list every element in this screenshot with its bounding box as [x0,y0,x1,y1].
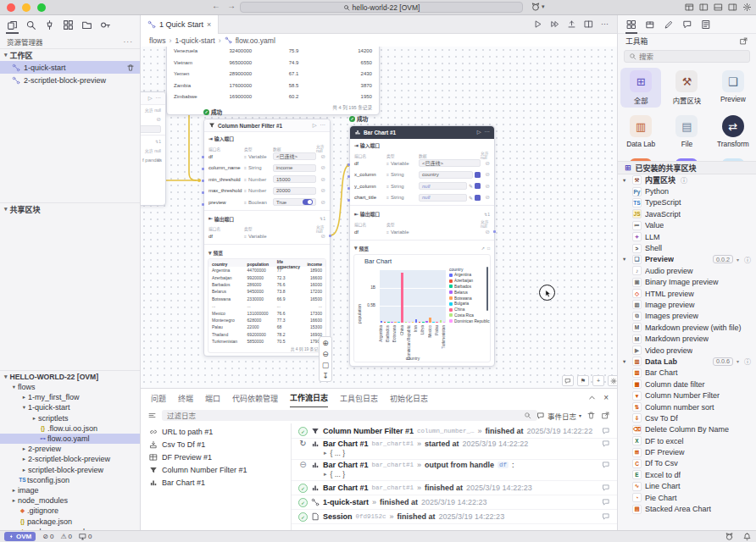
panel-tab[interactable]: 初始化日志 [390,389,428,407]
info-icon[interactable]: ⓘ [681,175,687,185]
toolbox-category[interactable]: ▤ File [666,113,707,151]
version-badge[interactable]: 0.0.2 [713,255,733,263]
port-value-field[interactable]: 15000 [273,175,316,183]
tree-item[interactable]: ▾ flows [0,382,140,392]
expand-preview-icon[interactable]: □ [487,246,490,251]
tree-item[interactable]: TS tsconfig.json [0,475,140,485]
plug-icon[interactable] [44,15,55,34]
toolbox-row[interactable]: ▾ ▼ Column Number Filter ▾ ⓘ [618,390,756,401]
toolbox-row[interactable]: ▾ ▥ Bar Chart ▾ ⓘ [618,368,756,379]
tree-item[interactable]: {} .flow.ui.oo.json [0,423,140,434]
forward-icon[interactable]: → [227,1,236,10]
toolbox-row[interactable]: ▾ TS TypeScript ▾ ⓘ [618,197,756,208]
log-comment-icon[interactable] [602,498,610,506]
log-entry[interactable]: ⊖ Bar Chart #1 bar_chart#1 » output from… [292,460,617,481]
toolbox-row[interactable]: ▾ ⌫ Delete Column By Name ▾ ⓘ [618,424,756,435]
ovm-badge[interactable]: OVM [4,532,36,541]
nullable-icon[interactable]: ⊘ [321,176,325,183]
log-entry[interactable]: ✓ Column Number Filter #1 column_number_… [292,424,617,439]
tree-item[interactable]: ▸ 2-preview [0,444,140,454]
value-pill[interactable] [141,125,161,133]
toolbox-category[interactable]: ⚒ 内置区块 [666,68,707,108]
editor-tab[interactable]: 1 Quick Start × [141,15,219,34]
toolbox-row[interactable]: ▾ > Shell ▾ ⓘ [618,242,756,253]
canvas-settings-icon[interactable] [608,375,617,386]
info-icon[interactable]: ⓘ [744,357,751,366]
toolbox-row[interactable]: ▾ ▦ Column date filter ▾ ⓘ [618,379,756,390]
export-logs-icon[interactable] [601,411,610,420]
chat-panel-icon[interactable] [682,15,692,34]
toggle-secondary-sidebar-icon[interactable] [728,3,737,12]
package-panel-icon[interactable] [645,15,655,34]
nullable-icon[interactable]: ⊘ [486,160,490,167]
log-comment-icon[interactable] [602,484,610,492]
workspace-section-header[interactable]: ▾工作区 [0,48,140,61]
toggle-panel-icon[interactable] [714,3,723,12]
legend-scrollbar[interactable] [486,267,488,311]
warnings-status[interactable]: ⚠ 0 [60,533,72,540]
bar-chart-node[interactable]: Bar Chart #1 ▷··· ⇥输入端口 端口名类型 数据允许 null … [349,125,495,367]
preview-section-header[interactable]: ▾预览 [204,246,330,257]
open-preview-icon[interactable]: ↗ [481,246,485,251]
panel-tab[interactable]: 代码依赖管理 [232,389,278,407]
log-expand-row[interactable]: ▸{ ... } [298,469,610,480]
search-icon[interactable] [25,15,36,34]
breadcrumb-item[interactable]: flow.oo.yaml [236,36,275,45]
log-comment-icon[interactable] [602,512,610,521]
toolbox-row[interactable]: ▾ ❑ Preview 0.0.2 ▾ ⓘ [618,254,756,265]
tree-item[interactable]: ▾ 1-quick-start [0,402,140,412]
column-number-filter-node[interactable]: Column Number Filter #1 ▷··· ⇥输入端口 端口名类型… [203,119,331,357]
shared-blocks-section-header[interactable]: ▾共享区块 [0,202,140,215]
workspace-item[interactable]: 2-scriptlet-block-preview [0,74,140,86]
bind-column-icon[interactable] [475,195,481,201]
nullable-icon[interactable]: ⊘ [321,187,325,194]
filter-lines-icon[interactable] [147,411,157,420]
toolbox-row[interactable]: ▾ ≔ Value ▾ ⓘ [618,220,756,231]
nullable-icon[interactable]: ⊘ [486,183,490,190]
close-tab-icon[interactable]: × [207,20,211,29]
mascot-icon[interactable] [725,532,734,541]
clipped-node[interactable]: ▷··· 允许 null ⊘ ↯1 允许 null ⊘ [141,91,166,206]
bind-column-icon[interactable] [475,183,481,189]
tree-item[interactable]: ▸ node_modules [0,495,140,506]
panel-tab[interactable]: 问题 [151,389,166,407]
extensions-icon[interactable] [63,15,74,34]
nullable-icon[interactable]: ⊘ [321,199,325,206]
customize-layout-icon[interactable] [685,3,694,12]
errors-status[interactable]: ⊘ 0 [42,533,53,540]
trash-icon[interactable] [126,64,135,72]
toolbox-row[interactable]: ▾ ⧉ Images preview ▾ ⓘ [618,311,756,322]
tree-item[interactable]: ◆ .gitignore [0,506,140,516]
nullable-icon[interactable]: ⊘ [321,233,325,240]
log-entry[interactable]: ✓ Session 0fd9152c » finished at 2025/3/… [292,510,617,524]
toolbox-category[interactable] [620,156,661,161]
nullable-icon[interactable]: ⊘ [486,194,490,201]
comment-icon[interactable] [562,375,574,386]
key-icon[interactable] [100,15,111,34]
toolbox-row[interactable]: ▾ ▤ Stacked Area Chart ▾ ⓘ [618,503,756,514]
toolbox-row[interactable]: ▾ ▨ Image preview ▾ ⓘ [618,299,756,310]
log-expand-row[interactable]: ▸{ ... } [298,448,610,459]
back-icon[interactable]: ← [212,1,220,10]
node-more-icon[interactable]: ··· [485,129,490,136]
run-node-icon[interactable]: ▷ [477,129,481,136]
breadcrumb-item[interactable]: 1-quick-start [175,36,214,45]
tree-item[interactable]: ▸ 2-scriptlet-block-preview [0,454,140,464]
more-actions-icon[interactable]: ··· [601,19,609,29]
toolbox-category[interactable]: ❑ Preview [713,68,753,108]
close-panel-icon[interactable]: × [603,393,609,402]
run-node-icon[interactable]: ▷ [148,95,153,102]
toolbox-category[interactable]: ⊞ 全部 [620,68,661,108]
nullable-icon[interactable]: ⊘ [486,171,490,178]
port-value-field[interactable]: null [419,182,467,190]
nullable-icon[interactable]: ⊘ [321,164,325,171]
port-value-field[interactable]: <已连线> [419,159,481,167]
nullable-icon[interactable]: ⊘ [157,116,161,123]
tree-root[interactable]: ▾HELLO-WORLD-22 [OVM] [0,371,140,382]
add-node-icon[interactable]: + [592,375,604,386]
panel-tab[interactable]: 工作流日志 [290,389,328,407]
tree-item[interactable]: ▸ scriptlets [0,413,140,423]
panel-tab[interactable]: 端口 [205,389,220,407]
toolbox-category[interactable] [666,156,707,161]
split-editor-icon[interactable] [584,19,593,29]
